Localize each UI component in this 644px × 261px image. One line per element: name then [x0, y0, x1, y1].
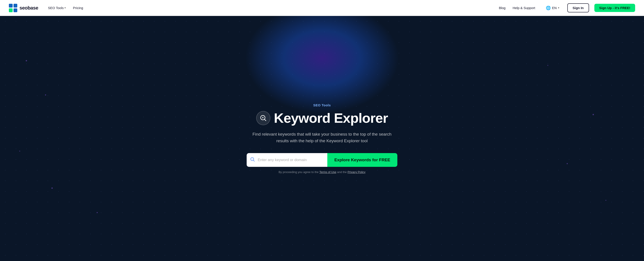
hero-section: SEO Tools Keyword Explorer Find relevant…	[0, 16, 644, 261]
search-input-wrapper	[247, 153, 327, 167]
hero-subtitle: Find relevant keywords that will take yo…	[247, 131, 397, 144]
svg-rect-2	[14, 8, 17, 12]
logo[interactable]: seobase	[9, 4, 38, 12]
svg-point-9	[252, 158, 253, 160]
search-section: Explore Keywords for FREE	[247, 153, 397, 167]
hero-tag: SEO Tools	[247, 103, 397, 107]
nav-links: SEO Tools ▾ Pricing	[46, 4, 86, 12]
chevron-down-lang-icon: ▾	[558, 6, 559, 9]
signup-button[interactable]: Sign Up - it's FREE!	[594, 4, 635, 12]
nav-item-seo-tools[interactable]: SEO Tools ▾	[46, 4, 69, 12]
nav-item-help[interactable]: Help & Support	[510, 4, 538, 12]
svg-line-6	[264, 119, 266, 121]
nav-item-blog[interactable]: Blog	[496, 4, 508, 12]
terms-link[interactable]: Terms of Use	[319, 170, 336, 174]
keyword-search-input[interactable]	[258, 158, 324, 162]
svg-rect-3	[9, 8, 13, 12]
keyword-explorer-icon	[256, 111, 270, 125]
navbar-left: seobase SEO Tools ▾ Pricing	[9, 4, 86, 12]
navbar-right: Blog Help & Support 🌐 EN ▾ Sign In Sign …	[496, 3, 635, 12]
privacy-link[interactable]: Privacy Policy	[348, 170, 366, 174]
explore-keywords-button[interactable]: Explore Keywords for FREE	[327, 153, 397, 167]
logo-icon	[9, 4, 17, 12]
nav-right-links: Blog Help & Support	[496, 4, 538, 12]
nav-item-pricing[interactable]: Pricing	[70, 4, 86, 12]
search-magnifier-icon	[250, 157, 255, 163]
svg-rect-1	[14, 4, 17, 8]
hero-content: SEO Tools Keyword Explorer Find relevant…	[242, 90, 402, 187]
terms-text: By proceeding you agree to the Terms of …	[247, 170, 397, 174]
svg-rect-0	[9, 4, 13, 8]
logo-text: seobase	[20, 5, 38, 11]
hero-title-row: Keyword Explorer	[247, 110, 397, 126]
sign-in-button[interactable]: Sign In	[567, 3, 589, 12]
navbar: seobase SEO Tools ▾ Pricing Blog Help & …	[0, 0, 644, 16]
svg-point-7	[262, 117, 263, 118]
lang-selector[interactable]: 🌐 EN ▾	[543, 4, 562, 12]
hero-title: Keyword Explorer	[274, 110, 388, 126]
chevron-down-icon: ▾	[64, 6, 66, 9]
globe-icon: 🌐	[546, 6, 551, 10]
